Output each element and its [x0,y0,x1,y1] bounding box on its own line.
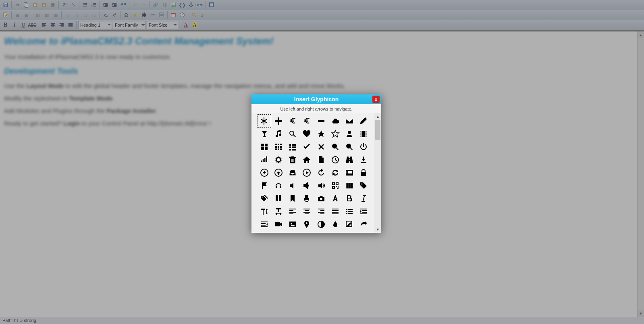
unlink-button[interactable]: ⛓ [160,1,168,9]
glyphicon-adjust[interactable] [315,218,328,231]
glyphicon-road[interactable] [343,153,356,166]
glyphicon-signal[interactable] [258,153,271,166]
glyphicon-tag[interactable] [357,179,370,192]
superscript-button[interactable]: x² [110,11,118,19]
glyphicon-align-justify[interactable] [329,205,342,218]
glyphicon-repeat[interactable] [315,166,328,179]
align-left-button[interactable] [40,21,48,29]
glyphicon-headphones[interactable] [272,179,285,192]
hr-button[interactable] [149,11,157,19]
scroll-down-icon[interactable]: ▼ [374,226,381,233]
scroll-down-icon[interactable]: ▼ [638,310,644,317]
glyphicon-film[interactable] [357,128,370,140]
save-button[interactable] [2,1,10,9]
glyphicon-map-marker[interactable] [300,218,313,231]
table-col-after-button[interactable]: ▥ [43,11,51,19]
glyphicon-star[interactable] [315,128,328,140]
glyphicon-bold[interactable] [343,192,356,205]
table-cell-props-button[interactable]: ⬚ [81,11,89,19]
glyphicon-play-circle[interactable] [300,166,313,179]
glyphicon-indent-right[interactable] [258,218,271,231]
format-select[interactable]: Heading 1 [78,21,112,29]
bold-button[interactable]: B [2,21,10,29]
glyphicon-glass[interactable] [258,128,271,140]
glyphicon-text-height[interactable] [258,205,271,218]
font-family-select[interactable]: Font Family [113,21,146,29]
glyphicon-flag[interactable] [258,179,271,192]
glyphicon-ok[interactable] [300,140,313,153]
glyphicon-file[interactable] [315,153,328,166]
replace-button[interactable]: AB [69,1,77,9]
glyphicon-barcode[interactable] [343,179,356,192]
glyphicon-book[interactable] [272,192,285,205]
anchor-button[interactable] [187,1,195,9]
glyphicon-cog[interactable] [272,153,285,166]
cut-button[interactable]: ✂ [13,1,21,9]
text-color-button[interactable]: A [182,21,190,29]
glyphicon-trash[interactable] [286,153,299,166]
glyphicon-print[interactable] [300,192,313,205]
glyphicon-eur[interactable] [300,115,313,128]
glyphicon-user[interactable] [343,128,356,140]
link-button[interactable]: 🔗 [152,1,160,9]
glyphicon-th-large[interactable] [258,140,271,153]
strikethrough-button[interactable]: ABC [28,21,36,29]
paste-word-button[interactable]: W [49,1,57,9]
glyphicon-upload[interactable] [272,166,285,179]
dialog-close-button[interactable]: x [372,96,380,103]
special-char-button[interactable]: Ω [122,11,130,19]
paste-button[interactable] [31,1,39,9]
unordered-list-button[interactable] [81,1,89,9]
preview-button[interactable] [190,11,198,19]
glyphicon-volume-up[interactable] [315,179,328,192]
indent-button[interactable] [110,1,118,9]
table-row-after-button[interactable]: ▦ [22,11,30,19]
table-merge-button[interactable]: ⬚ [63,11,71,19]
table-col-before-button[interactable]: ▥ [34,11,42,19]
glyphicon-asterisk[interactable] [258,115,271,128]
blockquote-button[interactable]: “” [119,1,127,9]
glyphicon-star-empty[interactable] [329,128,342,140]
glyphicon-pause[interactable] [343,231,356,233]
glyphicon-move[interactable] [272,231,285,233]
dialog-scrollbar[interactable]: ▲ ▼ [374,113,381,233]
glyphicon-font[interactable] [329,192,342,205]
glyphicon-picture[interactable] [286,218,299,231]
glyphicon-plus[interactable] [272,115,285,128]
glyphicon-edit[interactable] [343,218,356,231]
fullscreen-button[interactable] [208,1,216,9]
glyphicon-remove[interactable] [315,140,328,153]
subscript-button[interactable]: x₂ [102,11,110,19]
emoticon-button[interactable]: ☻ [131,11,139,19]
glyphicon-minus[interactable] [315,115,328,128]
glyphicon-volume-down[interactable] [300,179,313,192]
undo-button[interactable]: ↶ [131,1,139,9]
redo-button[interactable]: ↷ [140,1,148,9]
cleanup-button[interactable] [199,11,207,19]
glyphicon-step-backward[interactable] [286,231,299,233]
glyphicon-align-center[interactable] [300,205,313,218]
glyphicon-align-right[interactable] [315,205,328,218]
glyphicon-zoom-out[interactable] [343,140,356,153]
underline-button[interactable]: U [19,21,27,29]
glyphicon-backward[interactable] [315,231,328,233]
insert-image-button[interactable] [169,1,177,9]
glyphicon-italic[interactable] [357,192,370,205]
glyphicon-refresh[interactable] [329,166,342,179]
font-size-select[interactable]: Font Size [147,21,178,29]
glyphicon-tags[interactable] [258,192,271,205]
glyphicon-stop[interactable] [357,231,370,233]
glyphicon-envelope[interactable] [343,115,356,128]
editor-scrollbar[interactable]: ▲ ▼ [637,31,644,317]
glyphicon-check[interactable] [258,231,271,233]
glyphicon-th[interactable] [272,140,285,153]
glyphicon-lock[interactable] [357,166,370,179]
ordered-list-button[interactable]: 123 [90,1,98,9]
italic-button[interactable]: I [10,21,19,29]
glyphicon-download-alt[interactable] [357,153,370,166]
html-button[interactable]: HTML [196,1,204,9]
scroll-up-icon[interactable]: ▲ [374,113,381,120]
glyphicon-cloud[interactable] [329,115,342,128]
glyphicon-play[interactable] [329,231,342,233]
glyphicon-align-left[interactable] [286,205,299,218]
